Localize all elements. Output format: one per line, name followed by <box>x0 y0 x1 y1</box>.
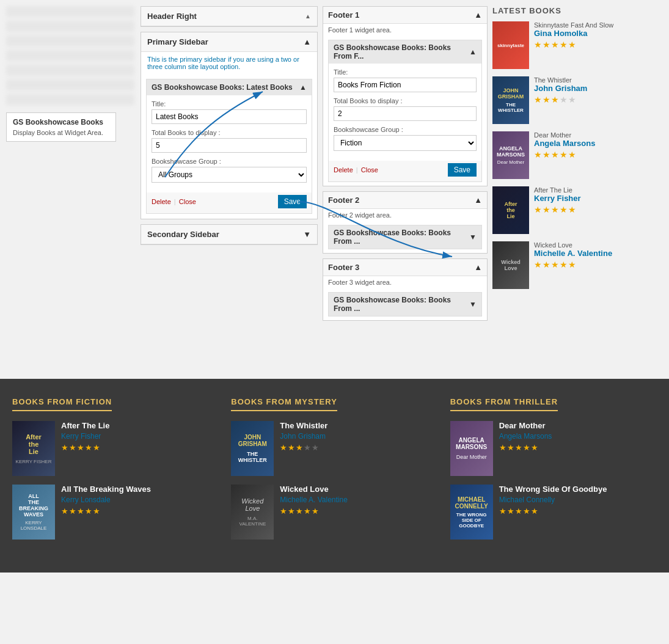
star3: ★ <box>551 260 559 269</box>
footer1-close-link[interactable]: Close <box>361 166 378 174</box>
footer2-header[interactable]: Footer 2 ▲ <box>323 192 487 209</box>
pipe-separator: | <box>174 198 176 205</box>
thriller-col: BOOKS FROM THRILLER ANGELA MARSONS Dear … <box>450 397 657 548</box>
book-subtitle-wicked-love: Wicked Love <box>534 241 636 249</box>
fiction-col: BOOKS FROM FICTION After the Lie KERRY F… <box>12 397 219 548</box>
star1: ★ <box>534 205 542 214</box>
footer-book-info-wrong-side: The Wrong Side Of Goodbye Michael Connel… <box>499 485 657 516</box>
title-field-label: Title: <box>152 100 307 108</box>
star4: ★ <box>85 507 92 516</box>
star3: ★ <box>551 150 559 159</box>
star4: ★ <box>304 507 311 516</box>
book-stars-after-lie: ★ ★ ★ ★ ★ <box>534 205 636 214</box>
latest-books-links: Delete | Close <box>152 198 196 205</box>
footer-book-author-whistler: John Grisham <box>280 432 437 441</box>
book-subtitle-dear-mother: Dear Mother <box>534 131 636 139</box>
footer2-inner-arrow: ▼ <box>469 233 477 241</box>
book-item-dear-mother: ANGELA MARSONS Dear Mother Dear Mother A… <box>492 131 636 179</box>
footer2-inner-header[interactable]: GS Bookshowcase Books: Books From ... ▼ <box>329 225 481 249</box>
group-label: Bookshowcase Group : <box>152 158 307 165</box>
latest-books-inner-header[interactable]: GS Bookshowcase Books: Latest Books ▲ <box>147 79 312 95</box>
footer-book-author-dear-mother: Angela Marsons <box>499 432 657 441</box>
latest-books-actions: Delete | Close Save <box>147 192 312 213</box>
latest-books-inner-arrow: ▲ <box>299 83 307 92</box>
close-link[interactable]: Close <box>179 198 196 205</box>
book-item-wicked-love: Wicked Love Wicked Love Michelle A. Vale… <box>492 241 636 289</box>
footer2-title: Footer 2 <box>328 196 359 205</box>
star3: ★ <box>515 443 522 452</box>
star4: ★ <box>523 443 530 452</box>
footer-stars-whistler: ★ ★ ★ ★ ★ <box>280 443 437 452</box>
header-right-header[interactable]: Header Right ▲ <box>141 7 317 26</box>
footer-book-title-whistler: The Whistler <box>280 421 437 430</box>
footer1-desc: Footer 1 widget area. <box>323 24 487 36</box>
star3: ★ <box>296 507 303 516</box>
star1: ★ <box>499 443 506 452</box>
footer3-inner-arrow: ▼ <box>469 300 477 309</box>
latest-books-inner-label: GS Bookshowcase Books: Latest Books <box>152 83 293 92</box>
star3: ★ <box>551 40 559 49</box>
star5: ★ <box>568 40 576 49</box>
star2: ★ <box>543 95 550 104</box>
latest-books-inner-body: Title: Total Books to display : Bookshow… <box>147 95 312 192</box>
star5: ★ <box>531 507 538 516</box>
star2: ★ <box>543 150 550 159</box>
gs-tooltip-title: GS Bookshowcase Books <box>13 118 109 126</box>
secondary-sidebar-widget: Secondary Sidebar ▼ <box>141 224 318 245</box>
footer-book-title-wicked-love: Wicked Love <box>280 485 437 494</box>
footer1-inner-widget: GS Bookshowcase Books: Books From F... ▲… <box>328 40 482 182</box>
mystery-col: BOOKS FROM MYSTERY JOHN GRISHAM THE WHIS… <box>231 397 437 548</box>
star5: ★ <box>93 507 100 516</box>
book-item-skinnytaste: skinnytaste Skinnytaste Fast And Slow Gi… <box>492 21 636 69</box>
footer1-inner-arrow: ▲ <box>469 48 477 56</box>
delete-link[interactable]: Delete <box>152 198 171 205</box>
book-stars-dear-mother: ★ ★ ★ ★ ★ <box>534 150 636 159</box>
gs-tooltip-desc: Display Books at Widget Area. <box>13 129 109 136</box>
footer3-inner-label: GS Bookshowcase Books: Books From ... <box>334 296 469 313</box>
footer-stars-breaking-waves: ★ ★ ★ ★ ★ <box>61 507 219 516</box>
footer1-total-input[interactable] <box>334 106 477 121</box>
book-cover-skinnytaste: skinnytaste <box>492 21 529 69</box>
footer-book-author-wrong-side: Michael Connelly <box>499 496 657 504</box>
footer1-delete-link[interactable]: Delete <box>334 166 353 174</box>
book-info-dear-mother: Dear Mother Angela Marsons ★ ★ ★ ★ ★ <box>534 131 636 159</box>
primary-sidebar-header[interactable]: Primary Sidebar ▲ <box>141 32 317 52</box>
book-cover-wicked-love: Wicked Love <box>492 241 529 289</box>
footer1-title-input[interactable] <box>334 78 477 92</box>
footer1-title: Footer 1 <box>328 10 359 20</box>
save-button[interactable]: Save <box>278 195 307 208</box>
footer1-group-label: Bookshowcase Group : <box>334 126 477 133</box>
book-cover-whistler: JOHN GRISHAM THE WHISTLER <box>492 76 529 124</box>
footer1-save-button[interactable]: Save <box>448 163 477 177</box>
footer3-header[interactable]: Footer 3 ▲ <box>323 259 487 276</box>
book-author-wicked-love: Michelle A. Valentine <box>534 249 636 258</box>
footer-cover-after-lie: After the Lie KERRY FISHER <box>12 421 55 476</box>
star5: ★ <box>568 205 576 214</box>
footer-book-info-dear-mother: Dear Mother Angela Marsons ★ ★ ★ ★ ★ <box>499 421 657 452</box>
book-author-after-lie: Kerry Fisher <box>534 194 636 203</box>
star5: ★ <box>568 260 576 269</box>
bottom-section: BOOKS FROM FICTION After the Lie KERRY F… <box>0 379 669 573</box>
gs-tooltip: GS Bookshowcase Books Display Books at W… <box>6 112 116 142</box>
footer-book-info-breaking-waves: All The Breaking Waves Kerry Lonsdale ★ … <box>61 485 219 516</box>
group-select[interactable]: All Groups Fiction Mystery Thriller <box>152 167 307 183</box>
footer-book-after-lie: After the Lie KERRY FISHER After The Lie… <box>12 421 219 476</box>
book-cover-dear-mother: ANGELA MARSONS Dear Mother <box>492 131 529 179</box>
star1: ★ <box>499 507 506 516</box>
total-books-input[interactable] <box>152 138 307 153</box>
footer1-header[interactable]: Footer 1 ▲ <box>323 7 487 24</box>
footer3-inner-widget: GS Bookshowcase Books: Books From ... ▼ <box>328 292 482 317</box>
secondary-sidebar-header[interactable]: Secondary Sidebar ▼ <box>141 225 317 244</box>
book-author-dear-mother: Angela Marsons <box>534 139 636 148</box>
book-info-whistler: The Whistler John Grisham ★ ★ ★ ★ ★ <box>534 76 636 104</box>
star5: ★ <box>312 507 319 516</box>
title-field-input[interactable] <box>152 109 307 124</box>
star1: ★ <box>534 150 542 159</box>
star3: ★ <box>296 443 303 452</box>
primary-sidebar-desc: This is the primary sidebar if you are u… <box>141 52 317 74</box>
footer1-inner-header[interactable]: GS Bookshowcase Books: Books From F... ▲ <box>329 40 481 64</box>
book-author-whistler: John Grisham <box>534 84 636 93</box>
footer1-group-select[interactable]: Fiction All Groups Mystery Thriller <box>334 135 477 151</box>
footer3-inner-header[interactable]: GS Bookshowcase Books: Books From ... ▼ <box>329 293 481 316</box>
book-info-skinnytaste: Skinnytaste Fast And Slow Gina Homolka ★… <box>534 21 636 49</box>
